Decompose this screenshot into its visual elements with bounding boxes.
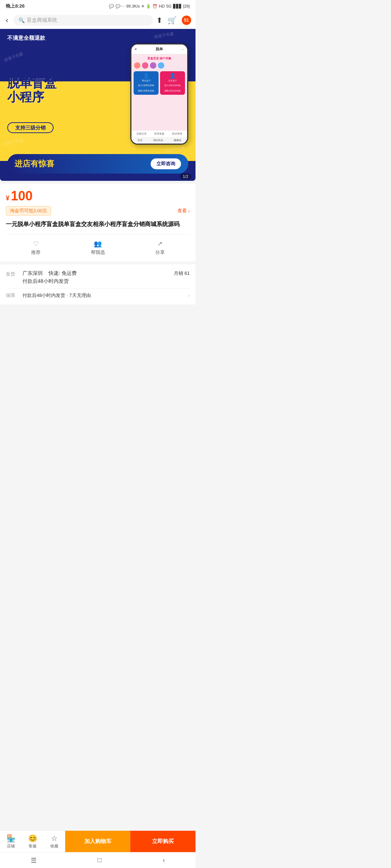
status-bar: 晚上8:26 💬 💬 ··· 99.3K/s ✳ 🔋 ⏰ HD 5G ▊▊▊ […: [0, 0, 196, 12]
network-speed: 99.3K/s: [126, 4, 140, 8]
banner-refund-text: 不满意全额退款: [7, 35, 45, 42]
coin-view-btn[interactable]: 查看 ›: [177, 208, 190, 214]
coin-badge: 淘金币可抵3.00元: [6, 206, 51, 216]
shipping-label: 发货: [6, 270, 19, 277]
banner-enter-text: 进店有惊喜: [14, 158, 54, 169]
phone-mockup: ✕ 脱单 ··· 盲盒交友 抽个对象 👤 男生盒子: [130, 43, 188, 145]
monthly-sales-label: 月销: [174, 271, 183, 276]
phone-cards: 👤 男生盒子 放入1张男生纸条 抽取1张男生纸条 👤 女生盒子 放入1张女生纸条…: [134, 71, 185, 95]
share-action-icon: ↗: [157, 240, 163, 248]
banner-container: 不满意全额退款 @波子先森 @波子先森 @波子先森 @波子先森 @波子先森 脱单…: [0, 29, 196, 181]
phone-inner: ✕ 脱单 ··· 盲盒交友 抽个对象 👤 男生盒子: [131, 44, 187, 144]
guarantee-value: 付款后48小时内发货 · 7天无理由: [22, 292, 184, 299]
banner-main-title: 脱单盲盒 小程序: [7, 76, 56, 104]
guarantee-row[interactable]: 保障 付款后48小时内发货 · 7天无理由 ›: [6, 292, 190, 299]
shipping-type: 快递: 免运费: [49, 270, 77, 277]
price-symbol: ¥: [6, 195, 9, 202]
wechat-status: 💬 💬 ···: [109, 4, 125, 9]
product-price: ¥ 100: [6, 190, 190, 203]
divider: [6, 288, 190, 289]
help-label: 帮我选: [91, 249, 105, 256]
cart-icon[interactable]: 🛒: [168, 16, 177, 25]
guarantee-label: 保障: [6, 292, 19, 299]
cart-badge[interactable]: 51: [182, 16, 191, 25]
help-btn[interactable]: 👥 帮我选: [91, 240, 105, 256]
phone-back: ✕: [134, 47, 137, 51]
nav-bar: ‹ 🔍 盲盒商城系统 ⬆ 🛒 51: [0, 12, 196, 29]
shipping-section: 发货 广东深圳 快递: 免运费 月销 61 付款后48小时内发货 保障 付款后4…: [0, 264, 196, 305]
price-value: 100: [11, 190, 33, 203]
shipping-info-row: 发货 广东深圳 快递: 免运费 月销 61 付款后48小时内发货: [6, 270, 190, 285]
phone-header: ✕ 脱单 ···: [131, 44, 187, 54]
share-label: 分享: [155, 249, 165, 256]
banner-consult-btn[interactable]: 立即咨询: [151, 158, 181, 169]
signal-label: 5G: [166, 4, 172, 8]
banner-enter[interactable]: 进店有惊喜 立即咨询: [7, 154, 188, 174]
status-right: 💬 💬 ··· 99.3K/s ✳ 🔋 ⏰ HD 5G ▊▊▊ [29]: [109, 4, 190, 9]
search-bar[interactable]: 🔍 盲盒商城系统: [13, 15, 153, 26]
banner-support-badge: 支持三级分销: [7, 125, 54, 131]
product-section: ¥ 100 淘金币可抵3.00元 查看 › 一元脱单小程序盲盒脱单盲盒交友相亲小…: [0, 184, 196, 261]
bottom-spacer: [0, 305, 196, 348]
action-row: ♡ 推荐 👥 帮我选 ↗ 分享: [6, 234, 190, 256]
recommend-btn[interactable]: ♡ 推荐: [31, 240, 41, 256]
signal-bars: ▊▊▊: [173, 4, 182, 9]
delivery-note: 付款后48小时内发货: [22, 278, 190, 285]
battery-level: [29]: [183, 4, 190, 8]
search-input[interactable]: 盲盒商城系统: [27, 17, 57, 24]
phone-avatars: [134, 62, 185, 69]
phone-tabs: 玩家记录 联系客服 投诉举报: [131, 131, 187, 137]
phone-body: 盲盒交友 抽个对象 👤 男生盒子 放入1张男生纸条 抽取1张男生纸条: [131, 54, 187, 131]
phone-bottom-nav: 首页 我的纸条 赚赚钱: [131, 137, 187, 144]
status-time: 晚上8:26: [6, 3, 25, 9]
hd-icon: HD: [159, 4, 165, 8]
guarantee-chevron: ›: [188, 292, 190, 299]
battery-icon: 🔋: [146, 4, 151, 9]
bluetooth-icon: ✳: [141, 4, 144, 9]
heart-icon: ♡: [33, 240, 39, 248]
nav-icons: ⬆ 🛒 51: [156, 16, 191, 25]
product-title: 一元脱单小程序盲盒脱单盲盒交友相亲小程序盲盒分销商城系统源码: [6, 220, 190, 229]
coin-row: 淘金币可抵3.00元 查看 ›: [6, 206, 190, 216]
help-icon: 👥: [94, 240, 102, 248]
shipping-from: 广东深圳: [22, 270, 43, 277]
monthly-sales-count: 61: [185, 271, 190, 276]
phone-menu: ···: [181, 47, 184, 51]
back-button[interactable]: ‹: [4, 14, 10, 26]
search-icon: 🔍: [18, 17, 25, 23]
banner[interactable]: 不满意全额退款 @波子先森 @波子先森 @波子先森 @波子先森 @波子先森 脱单…: [0, 29, 196, 181]
page-indicator: 1/2: [180, 174, 191, 179]
alarm-icon: ⏰: [152, 4, 157, 9]
recommend-label: 推荐: [31, 249, 41, 256]
share-icon[interactable]: ⬆: [156, 16, 163, 25]
share-btn[interactable]: ↗ 分享: [155, 240, 165, 256]
